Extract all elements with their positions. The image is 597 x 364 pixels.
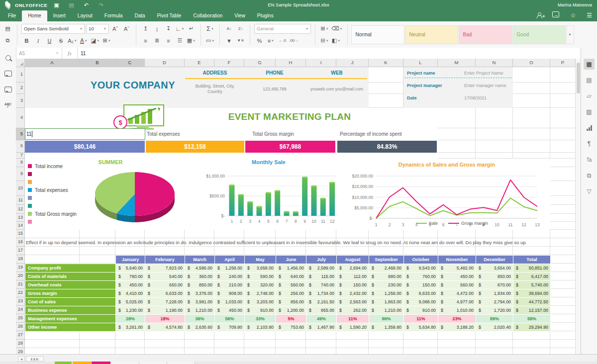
- column-header-H[interactable]: H: [276, 59, 306, 67]
- row-header-21[interactable]: 21: [16, 280, 25, 289]
- money-cell[interactable]: $1,863.00: [369, 298, 404, 306]
- tab-insert[interactable]: Insert: [47, 10, 72, 21]
- money-cell[interactable]: $855.00: [306, 306, 337, 315]
- money-cell[interactable]: $1,734.00: [306, 289, 337, 298]
- justify-icon[interactable]: ☰: [175, 36, 185, 45]
- money-cell[interactable]: $2,161.50: [306, 298, 337, 306]
- money-cell[interactable]: $808.00: [215, 289, 245, 298]
- money-cell[interactable]: $910.00: [245, 306, 276, 315]
- money-cell[interactable]: $3,188.20: [438, 323, 476, 332]
- money-cell[interactable]: $1,467.90: [306, 323, 337, 332]
- money-cell[interactable]: $870.00: [476, 281, 513, 289]
- total-money-cell[interactable]: $6,417.00: [513, 273, 551, 281]
- kpi-value-bar[interactable]: $12,158: [146, 141, 244, 153]
- month-header[interactable]: February: [145, 256, 185, 264]
- subscript-icon[interactable]: A₂▼: [67, 36, 78, 45]
- money-cell[interactable]: $709.80: [215, 323, 245, 332]
- column-header-E[interactable]: E: [185, 59, 214, 67]
- paragraph-settings-icon[interactable]: ¶: [584, 138, 595, 149]
- money-cell[interactable]: $2,020.40: [476, 323, 513, 332]
- textart-settings-icon[interactable]: Ta: [584, 154, 595, 165]
- row-header-24[interactable]: 24: [16, 306, 25, 314]
- money-cell[interactable]: $1,230.00: [116, 306, 145, 315]
- table-settings-icon[interactable]: ▤: [584, 75, 595, 86]
- column-header-L[interactable]: L: [403, 59, 438, 67]
- money-cell[interactable]: $1,934.00: [476, 289, 513, 298]
- paste-icon[interactable]: ▤: [2, 24, 13, 33]
- decrease-decimal-icon[interactable]: ←.0: [277, 36, 288, 45]
- wrap-text-icon[interactable]: ↵: [186, 24, 197, 33]
- money-cell[interactable]: $8,633.00: [404, 289, 438, 298]
- row-label[interactable]: Overhead costs: [25, 281, 116, 289]
- clear-icon[interactable]: ⌫▼: [331, 24, 343, 33]
- decrease-font-icon[interactable]: Aˇ: [121, 24, 132, 33]
- money-cell[interactable]: $210.00: [215, 281, 245, 289]
- money-cell[interactable]: $450.00: [116, 281, 145, 289]
- align-left-icon[interactable]: ≡: [140, 36, 151, 45]
- tab-home[interactable]: Home: [22, 10, 47, 21]
- money-cell[interactable]: $5,025.00: [116, 298, 145, 306]
- row-header-17[interactable]: 17: [16, 247, 25, 255]
- money-cell[interactable]: $2,468.00: [369, 264, 404, 273]
- percent-cell[interactable]: 11%: [404, 315, 438, 323]
- strikethrough-icon[interactable]: S: [56, 36, 66, 45]
- money-cell[interactable]: $850.00: [185, 281, 215, 289]
- money-cell[interactable]: $3,981.00: [185, 298, 215, 306]
- row-header-7[interactable]: 7: [16, 153, 25, 159]
- pie-chart[interactable]: [92, 166, 179, 228]
- kpi-value-bar[interactable]: $67,988: [245, 141, 335, 153]
- font-color-icon[interactable]: A▼: [79, 36, 89, 45]
- row-label[interactable]: Gross margin: [25, 289, 116, 298]
- sheet-tab[interactable]: [111, 362, 139, 364]
- money-cell[interactable]: $560.00: [276, 281, 306, 289]
- money-cell[interactable]: $2,103.80: [245, 323, 276, 332]
- tab-data[interactable]: Data: [129, 10, 151, 21]
- total-money-cell[interactable]: $29,294.90: [513, 323, 551, 332]
- sheet-tab-prev-icon[interactable]: ◀: [18, 356, 25, 362]
- merge-cells-icon[interactable]: ▦▼: [186, 36, 197, 45]
- row-header-28[interactable]: 28: [16, 340, 25, 348]
- row-label[interactable]: Business expense: [25, 306, 116, 315]
- total-money-cell[interactable]: $44,772.50: [513, 298, 551, 306]
- month-header[interactable]: September: [369, 256, 404, 264]
- money-cell[interactable]: $5,640.00: [116, 264, 145, 273]
- money-cell[interactable]: $540.00: [145, 273, 185, 281]
- align-top-icon[interactable]: ↥: [140, 24, 151, 33]
- project-name-value[interactable]: Enter Project Name: [464, 71, 503, 76]
- kpi-value-bar[interactable]: 84.83%: [337, 141, 437, 153]
- money-cell[interactable]: $3,376.00: [185, 289, 215, 298]
- font-size-select[interactable]: 10▼: [86, 24, 109, 34]
- money-cell[interactable]: $320.00: [245, 281, 276, 289]
- sheet-tab[interactable]: [139, 362, 167, 364]
- cell-style-gallery-dropdown-icon[interactable]: ▼: [566, 25, 574, 44]
- money-cell[interactable]: $150.00: [337, 281, 369, 289]
- row-header-8[interactable]: 8: [16, 159, 25, 167]
- money-cell[interactable]: $850.00: [476, 273, 513, 281]
- money-cell[interactable]: $3,203.00: [245, 298, 276, 306]
- total-money-cell[interactable]: $50,851.00: [513, 264, 551, 273]
- money-cell[interactable]: $9,088.00: [404, 298, 438, 306]
- row-header-13[interactable]: 13: [16, 214, 25, 222]
- align-bottom-icon[interactable]: ↧: [163, 24, 174, 33]
- worksheet[interactable]: YOUR COMPANY ADDRESS PHONE WEB Building,…: [16, 59, 576, 354]
- money-cell[interactable]: $560.00: [438, 281, 476, 289]
- row-header-22[interactable]: 22: [16, 289, 25, 297]
- borders-icon[interactable]: ⊞▼: [101, 36, 112, 45]
- money-cell[interactable]: $1,359.80: [369, 323, 404, 332]
- tab-collaboration[interactable]: Collaboration: [187, 10, 228, 21]
- align-center-icon[interactable]: ≣: [152, 36, 162, 45]
- date-value[interactable]: 17/08/2021: [464, 95, 487, 100]
- percent-style-icon[interactable]: %: [254, 36, 265, 45]
- row-label[interactable]: Management expenses: [25, 315, 116, 323]
- spellcheck-icon[interactable]: ABC✓: [0, 99, 16, 111]
- chart-settings-icon[interactable]: [584, 122, 595, 133]
- percent-cell[interactable]: 18%: [145, 315, 185, 323]
- month-header[interactable]: May: [245, 256, 276, 264]
- money-cell[interactable]: $3,658.00: [245, 264, 276, 273]
- sheet-tab[interactable]: [55, 362, 72, 364]
- tab-plugins[interactable]: Plugins: [251, 10, 280, 21]
- money-cell[interactable]: $6,633.00: [145, 289, 185, 298]
- row-header-12[interactable]: 12: [16, 205, 25, 214]
- number-format-select[interactable]: General▼: [254, 24, 311, 34]
- column-header-O[interactable]: O: [513, 59, 550, 67]
